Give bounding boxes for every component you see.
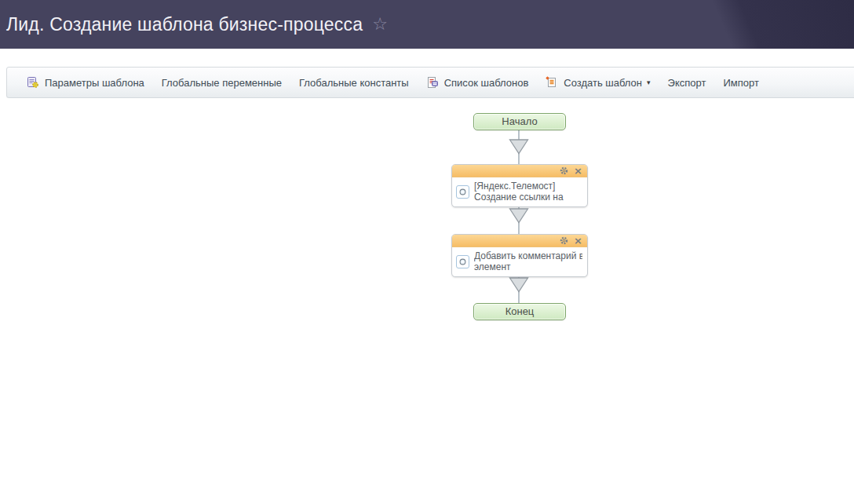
toolbar-button-create-template[interactable]: Создать шаблон ▾ bbox=[537, 67, 659, 98]
page-header-inner: Лид. Создание шаблона бизнес-процесса ☆ bbox=[0, 0, 854, 49]
toolbar-button-label: Список шаблонов bbox=[444, 77, 529, 89]
toolbar-button-template-params[interactable]: Параметры шаблона bbox=[18, 67, 153, 98]
template-params-icon bbox=[27, 76, 39, 89]
close-icon[interactable]: × bbox=[574, 166, 582, 175]
toolbar: Параметры шаблона Глобальные переменные … bbox=[6, 67, 854, 98]
toolbar-button-export[interactable]: Экспорт bbox=[659, 67, 715, 98]
activity-title: [Яндекс.Телемост] Создание ссылки на bbox=[474, 181, 564, 203]
activity-block-yandex-telemost[interactable]: × [Яндекс.Телемост] Создание ссылки на bbox=[451, 164, 588, 207]
activity-body: [Яндекс.Телемост] Создание ссылки на bbox=[452, 177, 587, 206]
activity-title-line2: Создание ссылки на bbox=[474, 192, 564, 203]
activity-title-line1: Добавить комментарий в bbox=[474, 250, 582, 261]
activity-body: Добавить комментарий в элемент bbox=[452, 247, 587, 276]
page-title: Лид. Создание шаблона бизнес-процесса bbox=[6, 14, 363, 35]
activity-header: × bbox=[452, 165, 587, 177]
favorite-star-icon[interactable]: ☆ bbox=[372, 16, 388, 33]
toolbar-button-label: Глобальные константы bbox=[299, 77, 409, 89]
create-template-icon bbox=[546, 76, 558, 89]
activity-type-icon bbox=[456, 185, 469, 199]
toolbar-button-label: Экспорт bbox=[668, 77, 706, 89]
toolbar-button-label: Создать шаблон bbox=[564, 77, 642, 89]
toolbar-button-import[interactable]: Импорт bbox=[714, 67, 767, 98]
activity-type-icon bbox=[456, 255, 469, 268]
activity-title: Добавить комментарий в элемент bbox=[474, 250, 582, 272]
activity-block-add-comment[interactable]: × Добавить комментарий в элемент bbox=[451, 234, 588, 277]
toolbar-button-label: Параметры шаблона bbox=[45, 77, 144, 89]
toolbar-button-label: Импорт bbox=[723, 77, 758, 89]
workflow-canvas: Начало × [Яндекс.Телемост] Создание ссыл… bbox=[0, 98, 854, 504]
arrow-down-connector bbox=[509, 208, 529, 224]
arrow-down-connector bbox=[509, 139, 529, 155]
close-icon[interactable]: × bbox=[574, 236, 582, 245]
toolbar-button-global-constants[interactable]: Глобальные константы bbox=[290, 67, 418, 98]
page-header: Лид. Создание шаблона бизнес-процесса ☆ bbox=[0, 0, 854, 49]
toolbar-button-global-variables[interactable]: Глобальные переменные bbox=[153, 67, 290, 98]
chevron-down-icon: ▾ bbox=[647, 79, 651, 86]
toolbar-button-label: Глобальные переменные bbox=[162, 77, 282, 89]
arrow-down-connector bbox=[509, 277, 529, 293]
activity-header: × bbox=[452, 235, 587, 247]
activity-title-line2: элемент bbox=[474, 261, 582, 272]
template-list-icon bbox=[426, 76, 439, 89]
toolbar-button-template-list[interactable]: Список шаблонов bbox=[418, 67, 538, 98]
end-node[interactable]: Конец bbox=[473, 303, 566, 320]
settings-gear-icon[interactable] bbox=[560, 166, 568, 175]
activity-title-line1: [Яндекс.Телемост] bbox=[474, 181, 564, 192]
settings-gear-icon[interactable] bbox=[560, 236, 568, 245]
start-node[interactable]: Начало bbox=[473, 113, 566, 130]
